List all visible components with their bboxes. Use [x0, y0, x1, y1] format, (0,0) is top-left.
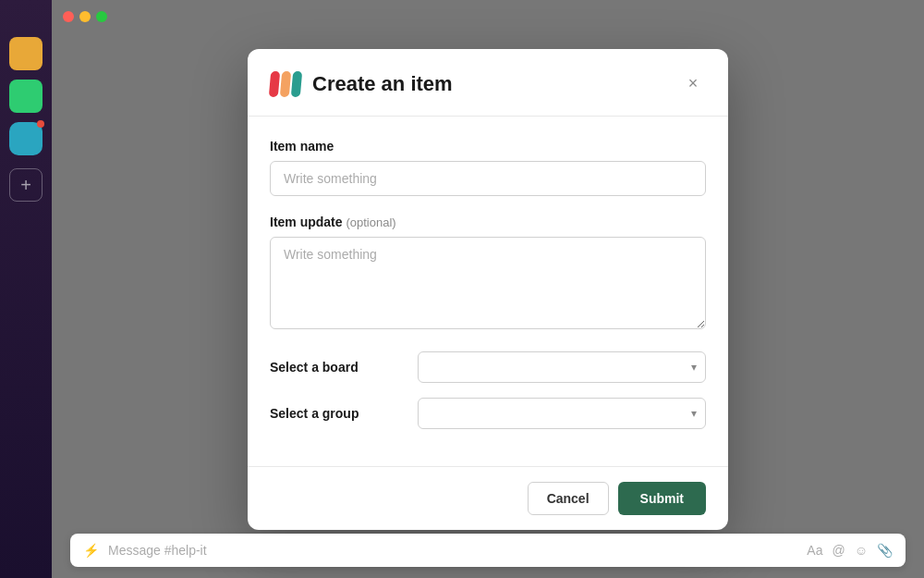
item-update-textarea[interactable] — [270, 237, 706, 329]
lightning-icon: ⚡ — [83, 543, 99, 558]
main-area: Create an item × Item name Item update (… — [52, 0, 924, 578]
modal-overlay: Create an item × Item name Item update (… — [52, 0, 924, 578]
item-name-input[interactable] — [270, 161, 706, 196]
select-group-dropdown[interactable] — [418, 398, 706, 429]
sidebar-icon-green[interactable] — [9, 80, 43, 113]
select-board-wrapper: ▾ — [418, 351, 706, 383]
sidebar: + — [0, 0, 52, 578]
traffic-lights — [63, 11, 107, 22]
modal-logo — [270, 71, 301, 97]
select-group-label: Select a group — [270, 406, 418, 421]
create-item-modal: Create an item × Item name Item update (… — [248, 49, 728, 530]
select-board-label: Select a board — [270, 360, 418, 375]
item-update-label: Item update (optional) — [270, 215, 706, 229]
select-group-row: Select a group ▾ — [270, 398, 706, 429]
sidebar-icon-add[interactable]: + — [9, 168, 43, 202]
notification-dot — [37, 120, 44, 128]
modal-title: Create an item — [312, 72, 669, 96]
item-update-group: Item update (optional) — [270, 215, 706, 333]
modal-footer: Cancel Submit — [248, 466, 728, 530]
message-bar: ⚡ Message #help-it Aa @ ☺ 📎 — [70, 534, 906, 567]
cancel-button[interactable]: Cancel — [528, 482, 609, 515]
message-placeholder[interactable]: Message #help-it — [108, 543, 797, 558]
sidebar-icon-orange[interactable] — [9, 37, 43, 70]
logo-green — [291, 71, 302, 97]
message-actions: Aa @ ☺ 📎 — [807, 543, 893, 558]
item-name-group: Item name — [270, 139, 706, 196]
modal-body: Item name Item update (optional) Select … — [248, 117, 728, 466]
traffic-light-yellow[interactable] — [79, 11, 91, 22]
select-board-row: Select a board ▾ — [270, 351, 706, 383]
select-board-dropdown[interactable] — [418, 351, 706, 383]
attachment-icon[interactable]: 📎 — [877, 543, 893, 558]
modal-header: Create an item × — [248, 49, 728, 117]
traffic-light-green-btn[interactable] — [96, 11, 107, 22]
traffic-light-red[interactable] — [63, 11, 74, 22]
sidebar-icon-teal[interactable] — [9, 122, 43, 155]
modal-close-button[interactable]: × — [680, 71, 706, 97]
emoji-icon[interactable]: ☺ — [855, 543, 868, 558]
logo-red — [269, 71, 280, 97]
submit-button[interactable]: Submit — [618, 482, 706, 515]
logo-yellow — [280, 71, 291, 97]
aa-icon[interactable]: Aa — [807, 543, 822, 558]
item-name-label: Item name — [270, 139, 706, 154]
item-update-optional: (optional) — [346, 215, 395, 229]
at-icon[interactable]: @ — [832, 543, 845, 558]
select-group-wrapper: ▾ — [418, 398, 706, 429]
